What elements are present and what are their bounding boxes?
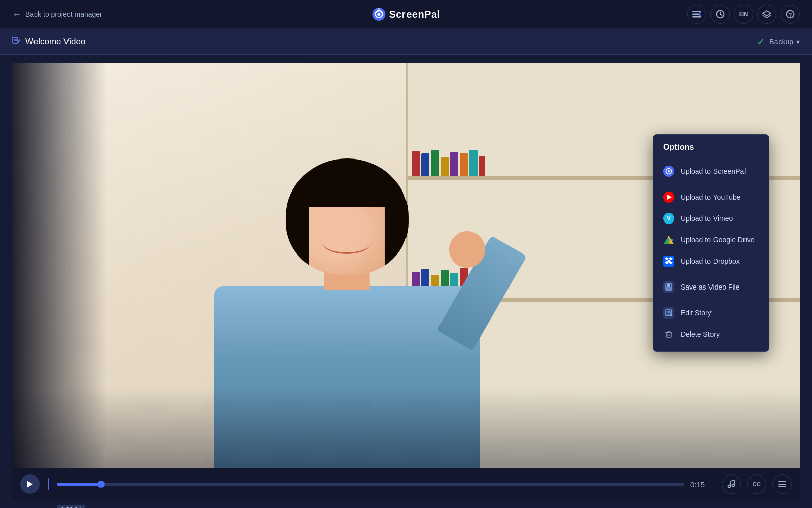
- backup-label: Backup: [769, 38, 793, 46]
- menu-icon-button[interactable]: [687, 5, 706, 24]
- timeline-thumb: [97, 481, 105, 488]
- option-upload-dropbox[interactable]: Upload to Dropbox: [653, 250, 769, 272]
- cc-label: CC: [753, 481, 761, 487]
- play-button[interactable]: [20, 474, 40, 494]
- music-button[interactable]: [722, 474, 741, 494]
- svg-marker-12: [763, 11, 771, 16]
- upload-dropbox-label: Upload to Dropbox: [681, 257, 740, 265]
- svg-text:?: ?: [789, 12, 792, 18]
- screenpal-icon: [663, 166, 674, 177]
- dropbox-icon: [663, 256, 674, 267]
- back-label: Back to project manager: [25, 10, 103, 18]
- edit-story-icon: [663, 307, 674, 319]
- option-edit-story[interactable]: Edit Story: [653, 302, 769, 324]
- options-title: Options: [653, 141, 769, 158]
- option-upload-youtube[interactable]: Upload to YouTube: [653, 186, 769, 208]
- options-dropdown: Options Upload to ScreenPal: [653, 134, 769, 352]
- video-container: Options Upload to ScreenPal: [12, 63, 800, 468]
- main-area: Options Upload to ScreenPal: [0, 55, 812, 508]
- backup-dropdown-icon: ▾: [796, 38, 800, 46]
- save-video-label: Save as Video File: [681, 283, 739, 291]
- person-head: [286, 158, 409, 275]
- edit-title-icon: [12, 37, 20, 47]
- option-upload-vimeo[interactable]: V Upload to Vimeo: [653, 208, 769, 229]
- delete-story-icon: [663, 329, 674, 340]
- backup-button[interactable]: Backup ▾: [769, 38, 800, 46]
- history-button[interactable]: [710, 5, 730, 24]
- svg-line-11: [720, 14, 722, 15]
- top-navigation: ← Back to project manager ScreenPal: [0, 0, 812, 28]
- person-smile: [322, 231, 371, 254]
- more-options-icon: [777, 481, 787, 488]
- svg-rect-4: [692, 11, 701, 12]
- screenpal-logo-icon: [371, 7, 386, 21]
- svg-point-20: [668, 170, 670, 172]
- edit-story-label: Edit Story: [681, 309, 712, 317]
- menu-icon: [692, 11, 701, 18]
- playhead-marker: [48, 478, 49, 490]
- person-hair-right: [385, 182, 408, 275]
- timestamp-badge: 0:00.24: [57, 505, 85, 508]
- upload-screenpal-label: Upload to ScreenPal: [681, 167, 746, 175]
- cc-button[interactable]: CC: [747, 474, 766, 494]
- svg-point-47: [732, 484, 735, 487]
- language-button[interactable]: EN: [734, 5, 753, 24]
- svg-rect-30: [667, 284, 670, 287]
- timeline-progress: [57, 483, 101, 486]
- save-video-icon: [663, 281, 674, 293]
- option-delete-story[interactable]: Delete Story: [653, 324, 769, 345]
- vimeo-icon: V: [663, 213, 674, 224]
- back-button[interactable]: ← Back to project manager: [12, 9, 103, 20]
- person-hair-left: [286, 182, 309, 275]
- svg-point-2: [377, 13, 380, 16]
- music-icon: [727, 480, 736, 489]
- play-icon: [27, 481, 33, 488]
- project-title: Welcome Video: [25, 37, 85, 47]
- help-icon: ?: [786, 10, 795, 19]
- upload-youtube-label: Upload to YouTube: [681, 193, 741, 201]
- svg-line-43: [730, 480, 734, 481]
- option-save-video[interactable]: Save as Video File: [653, 276, 769, 298]
- language-label: EN: [739, 11, 748, 18]
- backup-section: ✓ Backup ▾: [757, 36, 800, 48]
- layers-button[interactable]: [757, 5, 776, 24]
- app-logo: ScreenPal: [371, 7, 440, 21]
- layers-icon: [762, 10, 771, 19]
- upload-gdrive-label: Upload to Google Drive: [681, 236, 755, 244]
- divider-2: [653, 274, 769, 274]
- svg-rect-5: [692, 14, 699, 15]
- clock-icon: [716, 10, 725, 19]
- video-bottom-fade: [12, 387, 800, 468]
- more-options-button[interactable]: [772, 474, 792, 494]
- upload-vimeo-label: Upload to Vimeo: [681, 214, 733, 223]
- svg-rect-15: [13, 37, 18, 43]
- gdrive-icon: [663, 234, 674, 245]
- subtitle-bar: Welcome Video ✓ Backup ▾: [0, 28, 812, 55]
- playback-controls: 0:15 CC 0:00.24: [12, 468, 800, 500]
- svg-rect-31: [666, 287, 671, 290]
- nav-actions: EN ?: [687, 5, 800, 24]
- help-button[interactable]: ?: [781, 5, 800, 24]
- svg-rect-6: [692, 16, 701, 18]
- option-upload-screenpal[interactable]: Upload to ScreenPal: [653, 161, 769, 182]
- svg-rect-37: [666, 332, 671, 337]
- svg-marker-42: [27, 481, 33, 488]
- time-display: 0:15: [690, 480, 716, 489]
- youtube-icon: [663, 192, 674, 203]
- divider-3: [653, 300, 769, 300]
- svg-point-46: [728, 485, 731, 488]
- back-arrow-icon: ←: [12, 9, 21, 20]
- backup-check-icon: ✓: [757, 36, 765, 48]
- timeline-scrubber[interactable]: [57, 483, 684, 486]
- divider-1: [653, 184, 769, 184]
- option-upload-gdrive[interactable]: Upload to Google Drive: [653, 229, 769, 250]
- app-name: ScreenPal: [389, 9, 440, 20]
- delete-story-label: Delete Story: [681, 330, 720, 338]
